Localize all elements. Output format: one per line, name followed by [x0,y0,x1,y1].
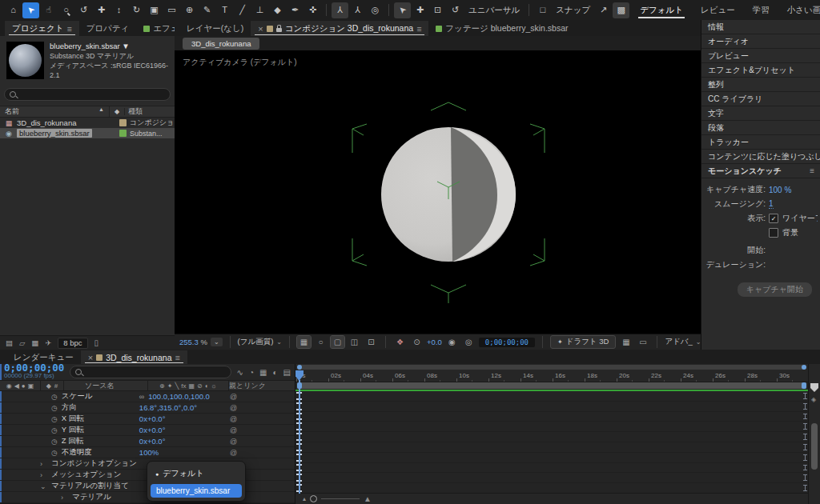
tab-effect-controls[interactable]: エフェ [136,21,175,36]
time-navigator-bar[interactable] [297,365,806,370]
tool-selection[interactable]: ➤ [22,2,39,18]
collapse-switch[interactable]: ✦ [167,382,173,390]
comp-marker-well[interactable] [810,383,818,392]
new-composition[interactable]: ▦ [31,338,38,347]
workspace-tab[interactable]: レビュー ≡ [692,0,744,20]
time-ruler[interactable]: 0s02s04s06s08s10s12s14s16s18s20s22s24s26… [295,370,808,382]
column-name[interactable]: 名前 [5,106,19,117]
out-point-beam[interactable] [803,414,807,420]
label-color-swatch[interactable] [119,130,127,137]
snap-label[interactable]: スナップ [556,5,590,16]
out-point-beam[interactable] [803,474,807,481]
sidebar-panel-header[interactable]: オーディオ [701,34,820,49]
threed-switch[interactable]: ☼ [211,382,217,390]
track-row[interactable] [295,473,808,483]
sidebar-panel-header[interactable]: トラッカー [701,135,820,150]
zoom-slider-track[interactable] [321,498,360,499]
timeline-track-area[interactable]: 0s02s04s06s08s10s12s14s16s18s20s22s24s26… [295,364,808,504]
out-point-beam[interactable] [803,444,807,450]
tool-pen[interactable]: ✎ [199,2,215,18]
capture-speed-value[interactable]: 100 % [769,186,791,194]
stopwatch-icon[interactable]: ◷ [51,426,58,434]
source-name-column[interactable]: ソース名 [64,381,147,391]
workspace-tab[interactable]: 小さい画面 ≡ [778,0,820,20]
property-row[interactable]: ◷ Y 回転 ∞ 0x+0.0° @ [0,425,295,436]
media-encoder[interactable]: ✈ [45,338,51,347]
draft-3d-button[interactable]: ✦ ドラフト 3D [550,335,616,349]
sidebar-panel-header[interactable]: CC ライブラリ [701,92,820,106]
graph-editor[interactable]: ▤ [283,368,291,377]
zoom-out-mountain-icon[interactable]: ▴ [303,495,306,502]
solo[interactable]: ● [22,382,26,390]
vertical-scrollbar[interactable] [811,423,818,470]
adjustment-switch[interactable]: ◐ [205,382,209,390]
expand-arrow-icon[interactable]: › [61,494,67,502]
tool-mask-rectangle[interactable]: ▭ [163,2,180,18]
tool-hand[interactable]: ☝ [40,2,57,18]
property-value[interactable]: 0x+0.0° [139,426,166,434]
stopwatch-icon[interactable]: ◷ [51,393,58,401]
motion-blur-switch[interactable]: ⊘ [197,382,203,390]
3d-views-icon[interactable]: ▭ [636,336,649,348]
capture-start-button[interactable]: キャプチャ開始 [737,282,813,298]
expand-arrow-icon[interactable]: ⌄ [40,482,46,490]
tool-rotation[interactable]: ↻ [128,2,145,18]
out-point-beam[interactable] [803,465,807,471]
panel-menu-icon[interactable]: ≡ [416,24,421,34]
snapshot-camera-icon[interactable]: ◉ [445,336,459,348]
lock[interactable]: ▣ [28,382,34,390]
frame-blend[interactable]: ▦ [259,368,267,377]
exposure-icon[interactable]: ⊙ [410,336,424,348]
panel-menu-icon[interactable]: ≡ [66,24,71,34]
property-row[interactable]: ◷ X 回転 ∞ 0x+0.0° @ [0,414,295,425]
timeline-search[interactable] [70,366,231,378]
tab-layer-viewer[interactable]: レイヤー(なし) [179,21,251,36]
region-of-interest[interactable]: ▢ [331,336,344,348]
zoom-dropdown-icon[interactable]: ⌄ [211,338,223,346]
tool-grid-snapshot[interactable]: ▩ [613,2,629,18]
wireframe-checkbox[interactable] [769,214,778,223]
number-column[interactable]: # [54,382,58,390]
track-row[interactable] [295,391,808,402]
tool-roto-brush[interactable]: ✒ [287,2,303,18]
column-kind[interactable]: 種類 [125,106,175,117]
track-row[interactable] [295,402,808,412]
smoothing-value[interactable]: 1 [769,199,774,209]
item-name-field[interactable]: blueberry_skin.sbsar [17,129,92,138]
panel-menu-icon[interactable]: ≡ [810,166,814,175]
transparency-grid[interactable]: ◫ [348,336,361,348]
tab-composition-viewer[interactable]: × コンポジション 3D_dis_rokunana ≡ [251,21,428,36]
new-folder[interactable]: ▱ [19,338,25,347]
tool-gizmo-rotate[interactable]: ↺ [447,2,464,18]
quality-switch[interactable]: ╲ [175,382,179,390]
pick-whip-icon[interactable]: @ [230,404,237,412]
close-icon[interactable]: × [88,353,93,362]
sort-ascending-icon[interactable]: ▲ [98,106,104,117]
tool-pan-behind[interactable]: ▣ [146,2,163,18]
video-visibility[interactable]: ◉ [6,382,12,390]
property-value[interactable]: 0x+0.0° [139,437,166,446]
track-row[interactable] [295,412,808,422]
motion-sketch-header[interactable]: モーションスケッチ ≡ [701,164,820,178]
mask-path-visibility[interactable]: ○ [314,336,328,348]
property-value[interactable]: 100.0,100.0,100.0 [148,392,210,401]
out-point-beam[interactable] [803,423,807,430]
sidebar-panel-header[interactable]: 整列 [701,78,820,92]
sidebar-panel-header[interactable]: プレビュー [701,49,820,63]
out-point-beam[interactable] [803,403,807,410]
parent-link-column[interactable]: 親とリンク [229,381,295,391]
tab-timeline-comp[interactable]: × 3D_dis_rokunana ≡ [81,350,187,364]
bit-depth-button[interactable]: 8 bpc [58,338,87,349]
show-snapshot-icon[interactable]: ◎ [462,336,476,348]
zoom-value[interactable]: 255.3 [179,338,199,346]
stopwatch-icon[interactable]: ◷ [51,438,58,446]
popup-item-selected[interactable]: blueberry_skin.sbsar [151,484,242,498]
zoom-slider-knob[interactable] [310,495,317,502]
workspace-tab[interactable]: デフォルト ≡ [631,0,692,20]
sidebar-panel-header[interactable]: エフェクト&プリセット [701,63,820,78]
expand-arrow-icon[interactable]: › [40,471,46,479]
tool-clone-stamp[interactable]: ⊥ [251,2,268,18]
tool-gizmo-select[interactable]: ➤ [394,2,411,18]
marker-icon[interactable]: ◈ [811,396,816,403]
sidebar-panel-header[interactable]: 文字 [701,106,820,121]
